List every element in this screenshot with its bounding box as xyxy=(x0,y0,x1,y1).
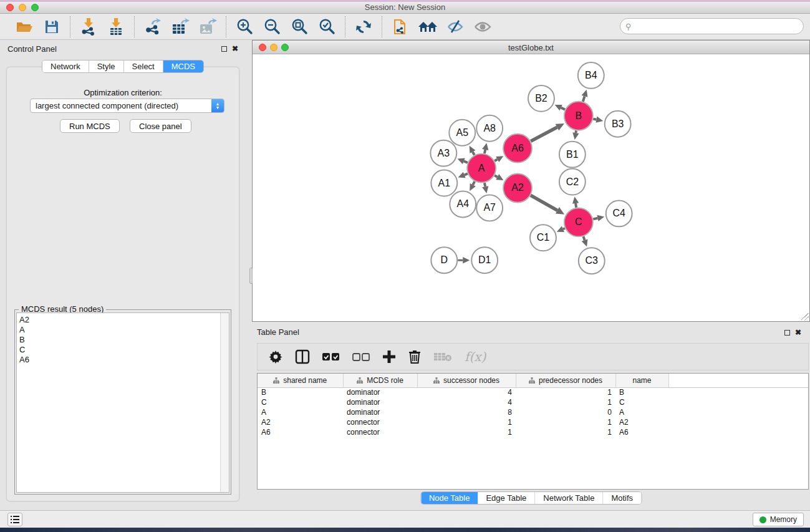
home-icon[interactable] xyxy=(417,17,438,37)
zoom-out-icon[interactable] xyxy=(261,17,282,37)
edge-A-A1[interactable] xyxy=(465,173,468,175)
edge-B-B4[interactable] xyxy=(583,96,585,102)
cell-successor-nodes[interactable]: 4 xyxy=(417,397,516,407)
edge-B-B2[interactable] xyxy=(561,108,566,110)
close-table-panel-icon[interactable]: ✖ xyxy=(795,328,801,337)
edge-A-A6[interactable] xyxy=(494,159,498,161)
result-list-scrollbar[interactable] xyxy=(220,313,229,492)
result-item[interactable]: B xyxy=(19,335,229,345)
cell-name[interactable]: B xyxy=(615,387,668,397)
cell-predecessor-nodes[interactable]: 1 xyxy=(516,397,615,407)
result-item[interactable]: A xyxy=(19,325,229,335)
node-B[interactable]: B xyxy=(564,102,593,130)
edge-A6-B[interactable] xyxy=(531,127,557,141)
cell-shared-name[interactable]: B xyxy=(258,387,343,397)
cell-MCDS-role[interactable]: connector xyxy=(343,427,417,437)
column-header-name[interactable]: name xyxy=(615,374,668,387)
table-row[interactable]: Adominator80A xyxy=(258,407,808,417)
open-folder-icon[interactable] xyxy=(14,17,35,37)
add-icon[interactable] xyxy=(382,347,396,366)
cell-name[interactable]: A2 xyxy=(615,417,668,427)
table-row[interactable]: Bdominator41B xyxy=(258,387,808,397)
layout-refresh-icon[interactable] xyxy=(353,17,374,37)
eye-icon[interactable] xyxy=(472,17,493,37)
cell-shared-name[interactable]: C xyxy=(258,397,343,407)
cell-name[interactable]: A6 xyxy=(615,427,668,437)
deselect-all-checkboxes-icon[interactable] xyxy=(352,347,370,366)
cell-predecessor-nodes[interactable]: 0 xyxy=(516,407,615,417)
edge-A-A5[interactable] xyxy=(473,152,475,155)
node-B4[interactable]: B4 xyxy=(578,62,604,89)
save-icon[interactable] xyxy=(41,17,62,37)
cell-successor-nodes[interactable]: 4 xyxy=(417,387,516,397)
network-window-titlebar[interactable]: testGlobe.txt xyxy=(253,41,809,54)
cell-shared-name[interactable]: A6 xyxy=(258,427,343,437)
tab-select[interactable]: Select xyxy=(124,60,163,72)
delete-table-icon[interactable] xyxy=(433,347,452,366)
close-panel-icon[interactable]: ✖ xyxy=(232,44,238,53)
table-row[interactable]: A6connector11A6 xyxy=(258,427,808,437)
tab-style[interactable]: Style xyxy=(89,60,124,72)
criterion-dropdown[interactable]: largest connected component (directed) ▲… xyxy=(30,99,224,113)
cell-MCDS-role[interactable]: dominator xyxy=(343,397,417,407)
edge-A-A7[interactable] xyxy=(485,183,485,186)
cell-shared-name[interactable]: A xyxy=(258,407,343,417)
table-row[interactable]: Cdominator41C xyxy=(258,397,808,407)
edge-C-C1[interactable] xyxy=(563,228,565,229)
zoom-in-icon[interactable] xyxy=(234,17,255,37)
edge-B-B3[interactable] xyxy=(593,119,596,120)
node-B2[interactable]: B2 xyxy=(528,85,554,112)
network-graph[interactable]: AA1A2A3A4A5A6A7A8BB1B2B3B4CC1C2C3C4DD1 xyxy=(253,54,809,321)
node-D1[interactable]: D1 xyxy=(471,247,498,273)
node-A3[interactable]: A3 xyxy=(430,140,456,167)
node-A4[interactable]: A4 xyxy=(450,191,476,217)
node-C2[interactable]: C2 xyxy=(559,169,586,195)
tab-motifs[interactable]: Motifs xyxy=(603,492,641,504)
zoom-selected-icon[interactable] xyxy=(316,17,337,37)
task-history-button[interactable] xyxy=(7,513,22,526)
cell-predecessor-nodes[interactable]: 1 xyxy=(516,427,615,437)
tab-node-table[interactable]: Node Table xyxy=(421,492,478,504)
memory-button[interactable]: Memory xyxy=(753,513,804,526)
result-item[interactable]: A2 xyxy=(19,315,229,325)
edge-A-A4[interactable] xyxy=(473,181,475,185)
tab-mcds[interactable]: MCDS xyxy=(163,60,203,72)
cell-successor-nodes[interactable]: 1 xyxy=(417,417,516,427)
run-mcds-button[interactable]: Run MCDS xyxy=(60,119,120,133)
network-canvas[interactable]: AA1A2A3A4A5A6A7A8BB1B2B3B4CC1C2C3C4DD1 xyxy=(253,54,809,321)
edge-A-A8[interactable] xyxy=(485,150,485,153)
cell-shared-name[interactable]: A2 xyxy=(258,417,343,427)
select-all-checkboxes-icon[interactable] xyxy=(322,347,340,366)
search-field[interactable]: ⚲ xyxy=(620,18,804,34)
cell-predecessor-nodes[interactable]: 1 xyxy=(516,387,615,397)
resize-corner-icon[interactable] xyxy=(801,313,809,321)
node-C4[interactable]: C4 xyxy=(606,200,632,226)
close-panel-button[interactable]: Close panel xyxy=(130,119,191,133)
delete-icon[interactable] xyxy=(408,347,421,366)
function-builder-icon[interactable]: f(x) xyxy=(465,349,486,364)
cell-successor-nodes[interactable]: 1 xyxy=(417,427,516,437)
node-C[interactable]: C xyxy=(564,208,593,236)
edge-C-C2[interactable] xyxy=(576,203,576,208)
settings-gear-icon[interactable] xyxy=(269,347,282,366)
export-image-icon[interactable] xyxy=(197,17,218,37)
edge-C-C3[interactable] xyxy=(584,236,585,240)
cell-MCDS-role[interactable]: connector xyxy=(343,417,417,427)
node-A[interactable]: A xyxy=(467,154,496,183)
result-item[interactable]: A6 xyxy=(19,355,229,365)
hide-eye-icon[interactable] xyxy=(445,17,466,37)
result-item[interactable]: C xyxy=(19,345,229,355)
column-header-predecessor-nodes[interactable]: predecessor nodes xyxy=(516,374,615,387)
node-A7[interactable]: A7 xyxy=(476,195,503,221)
cell-name[interactable]: C xyxy=(615,397,668,407)
node-table[interactable]: shared nameMCDS rolesuccessor nodesprede… xyxy=(257,373,809,490)
tab-network-table[interactable]: Network Table xyxy=(535,492,603,504)
node-A8[interactable]: A8 xyxy=(476,115,503,142)
network-file-icon[interactable] xyxy=(390,17,411,37)
search-input[interactable] xyxy=(620,18,804,34)
mcds-result-list[interactable]: A2ABCA6 xyxy=(16,312,229,493)
table-row[interactable]: A2connector11A2 xyxy=(258,417,808,427)
tab-edge-table[interactable]: Edge Table xyxy=(478,492,535,504)
edge-C-C4[interactable] xyxy=(593,218,597,220)
node-A5[interactable]: A5 xyxy=(449,120,475,146)
